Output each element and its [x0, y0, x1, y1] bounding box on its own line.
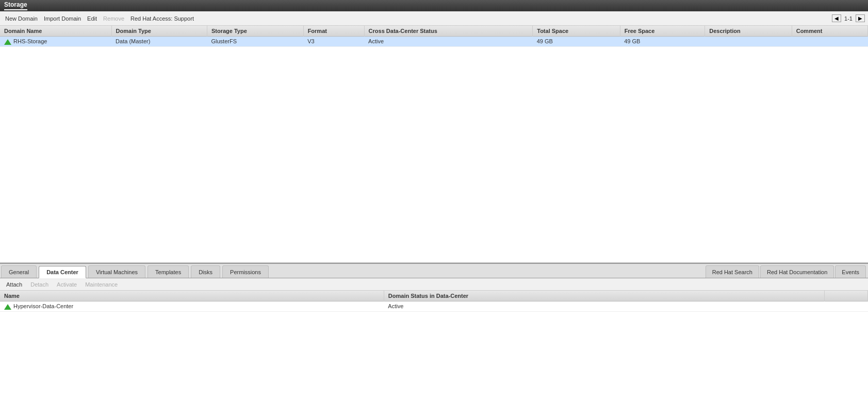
prev-page-button[interactable]: ◀ — [832, 14, 841, 22]
tab-disks[interactable]: Disks — [191, 265, 220, 278]
col-free-space[interactable]: Free Space — [620, 26, 705, 37]
tab-events[interactable]: Events — [835, 265, 866, 278]
detach-button[interactable]: Detach — [28, 280, 51, 289]
cell-format: V3 — [303, 37, 364, 47]
maintenance-button[interactable]: Maintenance — [83, 280, 120, 289]
datacenter-table: Name Domain Status in Data-Center Hyperv… — [0, 291, 868, 312]
pagination-text: 1-1 — [844, 15, 853, 22]
col-total-space[interactable]: Total Space — [533, 26, 620, 37]
bottom-table-row[interactable]: Hypervisor-Data-Center Active — [0, 301, 868, 312]
tab-right-group: Red Hat Search Red Hat Documentation Eve… — [706, 265, 868, 278]
col-comment[interactable]: Comment — [792, 26, 867, 37]
cell-comment — [792, 37, 867, 47]
bottom-table-area: Name Domain Status in Data-Center Hyperv… — [0, 291, 868, 419]
col-domain-name[interactable]: Domain Name — [0, 26, 111, 37]
bottom-panel: General Data Center Virtual Machines Tem… — [0, 263, 868, 419]
cell-domain-type: Data (Master) — [111, 37, 207, 47]
tab-redhat-search[interactable]: Red Hat Search — [706, 265, 759, 278]
tab-redhat-docs[interactable]: Red Hat Documentation — [760, 265, 834, 278]
banner-title: Storage — [4, 1, 27, 10]
table-row[interactable]: RHS-Storage Data (Master) GlusterFS V3 A… — [0, 37, 868, 47]
bottom-cell-domain-status: Active — [384, 301, 824, 312]
tab-general[interactable]: General — [1, 265, 37, 278]
col-format[interactable]: Format — [303, 26, 364, 37]
table-header-row: Domain Name Domain Type Storage Type For… — [0, 26, 868, 37]
tab-permissions[interactable]: Permissions — [222, 265, 269, 278]
bottom-status-icon — [4, 304, 11, 310]
remove-button[interactable]: Remove — [101, 14, 126, 23]
col-cross-dc-status[interactable]: Cross Data-Center Status — [364, 26, 533, 37]
cell-description — [705, 37, 792, 47]
tab-templates[interactable]: Templates — [148, 265, 189, 278]
attach-button[interactable]: Attach — [4, 280, 24, 289]
tabs-row: General Data Center Virtual Machines Tem… — [0, 264, 868, 278]
edit-button[interactable]: Edit — [85, 14, 99, 23]
cell-cross-dc-status: Active — [364, 37, 533, 47]
main-toolbar: New Domain Import Domain Edit Remove Red… — [0, 11, 868, 26]
next-page-button[interactable]: ▶ — [856, 14, 865, 22]
activate-button[interactable]: Activate — [55, 280, 79, 289]
tab-virtual-machines[interactable]: Virtual Machines — [88, 265, 145, 278]
col-description[interactable]: Description — [705, 26, 792, 37]
storage-table: Domain Name Domain Type Storage Type For… — [0, 26, 868, 47]
bottom-col-domain-status[interactable]: Domain Status in Data-Center — [384, 291, 824, 301]
cell-total-space: 49 GB — [533, 37, 620, 47]
bottom-col-extra — [824, 291, 867, 301]
cell-storage-type: GlusterFS — [207, 37, 303, 47]
col-storage-type[interactable]: Storage Type — [207, 26, 303, 37]
bottom-toolbar: Attach Detach Activate Maintenance — [0, 278, 868, 291]
bottom-col-name[interactable]: Name — [0, 291, 384, 301]
toolbar-right: ◀ 1-1 ▶ — [832, 14, 865, 22]
new-domain-button[interactable]: New Domain — [3, 14, 40, 23]
status-icon — [4, 39, 11, 45]
import-domain-button[interactable]: Import Domain — [42, 14, 83, 23]
cell-free-space: 49 GB — [620, 37, 705, 47]
bottom-cell-name: Hypervisor-Data-Center — [0, 301, 384, 312]
top-banner: Storage — [0, 0, 868, 11]
redhat-access-button[interactable]: Red Hat Access: Support — [128, 14, 196, 23]
col-domain-type[interactable]: Domain Type — [111, 26, 207, 37]
main-table-area: Domain Name Domain Type Storage Type For… — [0, 26, 868, 263]
bottom-cell-extra — [824, 301, 867, 312]
bottom-table-header-row: Name Domain Status in Data-Center — [0, 291, 868, 301]
cell-domain-name: RHS-Storage — [0, 37, 111, 47]
tab-data-center[interactable]: Data Center — [39, 266, 86, 278]
